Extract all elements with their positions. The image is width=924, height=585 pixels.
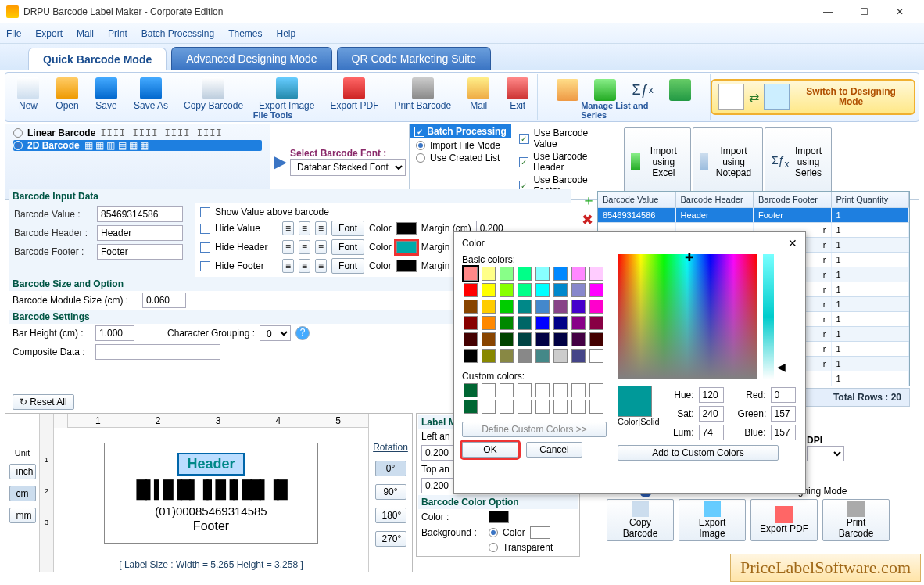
delete-row-icon[interactable]: ✖ [582, 211, 596, 228]
bg-color-radio[interactable] [489, 528, 498, 537]
unit-cm-button[interactable]: cm [9, 486, 36, 501]
linear-barcode-radio[interactable]: Linear Barcode IIII IIII IIII IIII [13, 127, 262, 138]
color-swatch[interactable] [535, 349, 550, 363]
color-swatch[interactable] [464, 283, 478, 297]
color-swatch[interactable] [553, 316, 568, 330]
open-button[interactable]: Open [48, 76, 87, 113]
close-icon[interactable]: ✕ [788, 237, 797, 249]
col-header[interactable]: Barcode Header [676, 192, 754, 207]
color-swatch[interactable] [571, 383, 586, 397]
color-swatch[interactable] [553, 300, 568, 314]
color-swatch[interactable] [535, 332, 550, 346]
color-swatch[interactable] [500, 349, 514, 363]
exit-button[interactable]: Exit [498, 76, 537, 113]
switch-mode-button[interactable]: ⇄ Switch to Designing Mode [711, 79, 915, 115]
align-left-button[interactable]: ≡ [282, 240, 294, 254]
menu-themes[interactable]: Themes [228, 28, 262, 39]
import-file-mode-radio[interactable]: Import File Mode [416, 140, 505, 151]
color-swatch[interactable] [482, 267, 496, 281]
menu-batch[interactable]: Batch Processing [141, 28, 214, 39]
rotation-90-button[interactable]: 90° [375, 484, 406, 500]
color-swatch[interactable] [535, 267, 550, 281]
cancel-button[interactable]: Cancel [526, 442, 582, 458]
align-center-button[interactable]: ≡ [299, 221, 310, 235]
menu-print[interactable]: Print [108, 28, 127, 39]
color-swatch[interactable] [589, 300, 603, 314]
export-image-button-2[interactable]: Export Image [679, 499, 746, 541]
color-swatch[interactable] [464, 400, 478, 414]
color-swatch[interactable] [553, 400, 568, 414]
rotation-270-button[interactable]: 270° [375, 531, 406, 547]
color-swatch[interactable] [482, 383, 496, 397]
header-color-swatch[interactable] [396, 241, 417, 253]
col-footer[interactable]: Barcode Footer [754, 192, 832, 207]
color-swatch[interactable] [500, 400, 514, 414]
rotation-0-button[interactable]: 0° [375, 461, 406, 476]
checkbox-icon[interactable] [200, 224, 210, 234]
tab-quick-barcode[interactable]: Quick Barcode Mode [28, 48, 167, 70]
color-swatch[interactable] [553, 349, 568, 363]
color-swatch[interactable] [518, 332, 532, 346]
color-swatch[interactable] [571, 300, 586, 314]
export-pdf-button[interactable]: Export PDF [322, 76, 386, 113]
color-swatch[interactable] [589, 283, 603, 297]
barcode-header-input[interactable] [97, 225, 183, 241]
align-center-button[interactable]: ≡ [299, 240, 310, 254]
new-button[interactable]: New [9, 76, 48, 113]
color-swatch[interactable] [571, 267, 586, 281]
tab-advanced-designing[interactable]: Advanced Designing Mode [171, 47, 331, 70]
color-swatch[interactable] [464, 316, 478, 330]
mail-button[interactable]: Mail [459, 76, 498, 113]
color-swatch[interactable] [589, 316, 603, 330]
export-image-button[interactable]: Export Image [251, 76, 322, 113]
color-swatch[interactable] [518, 267, 532, 281]
color-swatch[interactable] [589, 349, 603, 363]
table-row[interactable]: 85469314586HeaderFooter1 [598, 207, 909, 222]
align-left-button[interactable]: ≡ [282, 259, 294, 273]
color-swatch[interactable] [518, 283, 532, 297]
color-swatch[interactable] [535, 300, 550, 314]
color-swatch[interactable] [482, 349, 496, 363]
export-pdf-button-2[interactable]: Export PDF [750, 499, 818, 541]
print-barcode-button[interactable]: Print Barcode [386, 76, 459, 113]
minimize-button[interactable]: — [810, 1, 846, 23]
color-swatch[interactable] [518, 400, 532, 414]
checkbox-icon[interactable] [200, 261, 210, 271]
import-series-button[interactable]: ΣƒxImport using Series [765, 127, 832, 196]
lum-input[interactable] [699, 425, 724, 440]
color-swatch[interactable] [589, 400, 603, 414]
print-barcode-button-2[interactable]: Print Barcode [822, 499, 890, 541]
value-color-swatch[interactable] [396, 222, 417, 235]
align-center-button[interactable]: ≡ [299, 259, 310, 273]
footer-color-swatch[interactable] [396, 260, 417, 272]
bar-height-input[interactable] [95, 325, 134, 341]
barcode-font-select[interactable]: Databar Stacked Font [290, 159, 406, 176]
color-swatch[interactable] [518, 300, 532, 314]
color-swatch[interactable] [464, 383, 478, 397]
bg-transparent-radio[interactable] [489, 543, 498, 552]
align-right-button[interactable]: ≡ [315, 221, 327, 235]
align-right-button[interactable]: ≡ [315, 240, 327, 254]
2d-barcode-radio[interactable]: 2D Barcode ▦ ▦ ▥ ▤ ▦ ▦ [13, 140, 262, 151]
hue-slider[interactable] [763, 254, 774, 379]
rotation-180-button[interactable]: 180° [375, 508, 406, 523]
reset-all-button[interactable]: ↻ Reset All [13, 394, 74, 410]
color-swatch[interactable] [571, 332, 586, 346]
color-swatch[interactable] [535, 383, 550, 397]
import-notepad-button[interactable]: Import using Notepad [693, 127, 763, 196]
sat-input[interactable] [699, 406, 724, 422]
menu-export[interactable]: Export [35, 28, 63, 39]
use-barcode-value-check[interactable]: Use Barcode Value [519, 127, 613, 149]
color-swatch[interactable] [571, 400, 586, 414]
font-button[interactable]: Font [331, 221, 364, 236]
color-swatch[interactable] [553, 283, 568, 297]
color-swatch[interactable] [500, 267, 514, 281]
col-qty[interactable]: Print Quantity [832, 192, 910, 207]
color-swatch[interactable] [571, 283, 586, 297]
color-swatch[interactable] [589, 332, 603, 346]
bg-color-swatch[interactable] [530, 526, 550, 539]
maximize-button[interactable]: ☐ [846, 1, 882, 23]
add-custom-button[interactable]: Add to Custom Colors [618, 445, 779, 461]
unit-mm-button[interactable]: mm [9, 508, 36, 523]
help-icon[interactable]: ? [295, 326, 310, 340]
